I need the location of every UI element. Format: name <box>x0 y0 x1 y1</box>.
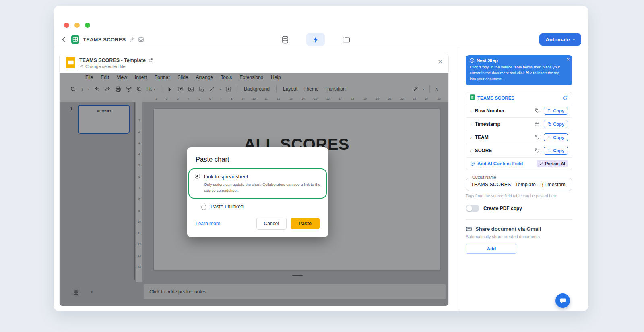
output-name-legend: Output Name <box>470 175 498 180</box>
database-icon <box>281 35 289 44</box>
open-in-new-button[interactable] <box>148 58 153 63</box>
gmail-share-subtitle: Automatically share created documents <box>466 234 572 239</box>
google-slides-frame: FileEditViewInsertFormatSlideArrangeTool… <box>60 73 448 306</box>
source-field-row: › TEAM <box>466 131 572 144</box>
sheet-file-icon <box>470 94 475 102</box>
workflow-title: TEAMS SCORES <box>83 37 126 43</box>
envelope-icon <box>466 226 472 232</box>
window-controls <box>64 23 90 28</box>
field-label: TEAM <box>475 135 489 140</box>
tag-icon <box>535 148 540 153</box>
option-label: Link to spreadsheet <box>204 174 248 180</box>
radio-selected-icon[interactable] <box>195 174 200 179</box>
chat-support-button[interactable] <box>555 293 570 308</box>
source-spreadsheet-link[interactable]: TEAMS SCORES <box>477 95 514 100</box>
copy-button[interactable]: Copy <box>544 120 568 128</box>
source-field-rows: › Row Number <box>466 104 572 158</box>
pencil-icon <box>129 37 134 42</box>
tab-workflow[interactable] <box>306 33 325 46</box>
refresh-source-button[interactable] <box>562 95 568 101</box>
copy-icon <box>547 109 551 113</box>
document-panel: TEAMS SCORES - Template Change selected … <box>54 47 459 311</box>
radio-unselected-icon[interactable] <box>201 205 206 210</box>
info-icon: i <box>470 58 474 63</box>
change-file-label: Change selected file <box>85 64 126 69</box>
tags-helper-text: Tags from the source field table can be … <box>466 194 572 198</box>
minimize-window-button[interactable] <box>74 23 80 28</box>
zoom-window-button[interactable] <box>85 23 90 28</box>
pencil-icon <box>79 64 83 68</box>
wand-icon <box>539 162 543 166</box>
chevron-right-icon[interactable]: › <box>470 122 472 127</box>
next-step-title: Next Step <box>477 58 498 63</box>
app-window: TEAMS SCORES Automate ▾ <box>54 6 588 311</box>
copy-icon <box>547 135 551 139</box>
learn-more-link[interactable]: Learn more <box>196 221 220 226</box>
tutorial-highlight-outline: Link to spreadsheet Only editors can upd… <box>188 168 327 199</box>
automate-button[interactable]: Automate ▾ <box>539 33 581 46</box>
copy-button[interactable]: Copy <box>544 147 568 155</box>
copy-label: Copy <box>553 135 565 140</box>
source-field-row: › Row Number <box>466 104 572 118</box>
desktop: TEAMS SCORES Automate ▾ <box>0 0 644 332</box>
chevron-right-icon[interactable]: › <box>470 148 472 153</box>
tab-output[interactable] <box>337 33 355 46</box>
add-ai-label: Add AI Content Field <box>477 161 523 166</box>
chat-bubble-icon <box>559 297 566 304</box>
slides-embed-header: TEAMS SCORES - Template Change selected … <box>60 54 448 73</box>
plus-circle-icon <box>470 161 475 166</box>
portant-ai-label: Portant AI <box>545 161 565 166</box>
field-label: SCORE <box>475 148 492 154</box>
slides-doc-title: TEAMS SCORES - Template <box>79 58 146 63</box>
source-field-row: › Timestamp <box>466 118 572 131</box>
copy-icon <box>547 122 551 126</box>
close-window-button[interactable] <box>64 23 69 28</box>
change-selected-file-button[interactable]: Change selected file <box>79 64 126 69</box>
create-pdf-toggle[interactable] <box>466 205 479 212</box>
sidebar-divider <box>466 219 572 220</box>
workflow-sidebar: i Next Step × Click 'Copy' in the source… <box>459 47 588 311</box>
add-gmail-share-button[interactable]: Add <box>466 244 517 254</box>
slides-file-icon <box>66 57 75 70</box>
field-label: Timestamp <box>475 121 500 127</box>
paste-unlinked-option[interactable]: Paste unlinked <box>196 204 320 210</box>
workflow-step-tabs <box>276 33 355 46</box>
add-ai-content-field-button[interactable]: Add AI Content Field <box>470 161 523 166</box>
lightning-icon <box>312 36 319 43</box>
field-label: Row Number <box>475 108 505 114</box>
toggle-knob <box>466 205 472 211</box>
cancel-button[interactable]: Cancel <box>256 218 287 230</box>
link-to-spreadsheet-option[interactable]: Link to spreadsheet Only editors can upd… <box>195 173 320 193</box>
sync-icon <box>562 95 568 101</box>
copy-button[interactable]: Copy <box>544 133 568 141</box>
sheets-source-icon <box>71 35 79 44</box>
automate-label: Automate <box>546 37 570 43</box>
app-topbar: TEAMS SCORES Automate ▾ <box>54 32 588 47</box>
tag-icon <box>535 135 540 140</box>
chevron-down-icon: ▾ <box>573 38 575 42</box>
create-pdf-label: Create PDF copy <box>483 205 522 211</box>
source-field-row: › SCORE <box>466 144 572 158</box>
output-name-value[interactable]: TEAMS SCORES - Template - {{Timestam <box>471 182 567 187</box>
option-label: Paste unlinked <box>211 204 244 210</box>
tab-source[interactable] <box>276 33 294 46</box>
output-name-field[interactable]: Output Name TEAMS SCORES - Template - {{… <box>466 178 572 191</box>
copy-icon <box>547 149 551 153</box>
source-fields-card: TEAMS SCORES › Row Number <box>466 92 572 170</box>
chevron-right-icon[interactable]: › <box>470 108 472 113</box>
copy-label: Copy <box>553 122 565 127</box>
edit-title-button[interactable] <box>129 37 134 42</box>
copy-button[interactable]: Copy <box>544 107 568 115</box>
copy-label: Copy <box>553 108 565 113</box>
back-button[interactable] <box>61 36 67 43</box>
chevron-right-icon[interactable]: › <box>470 135 472 140</box>
chevron-left-icon <box>61 36 67 43</box>
archive-button[interactable] <box>138 37 144 43</box>
gmail-share-title: Share document via Gmail <box>475 226 541 232</box>
option-description: Only editors can update the chart. Colla… <box>204 182 320 193</box>
dismiss-next-step-button[interactable]: × <box>566 57 570 62</box>
next-step-callout: i Next Step × Click 'Copy' in the source… <box>466 55 572 85</box>
close-embed-button[interactable]: × <box>438 57 443 66</box>
portant-ai-badge: Portant AI <box>537 160 568 167</box>
paste-button[interactable]: Paste <box>291 218 320 229</box>
